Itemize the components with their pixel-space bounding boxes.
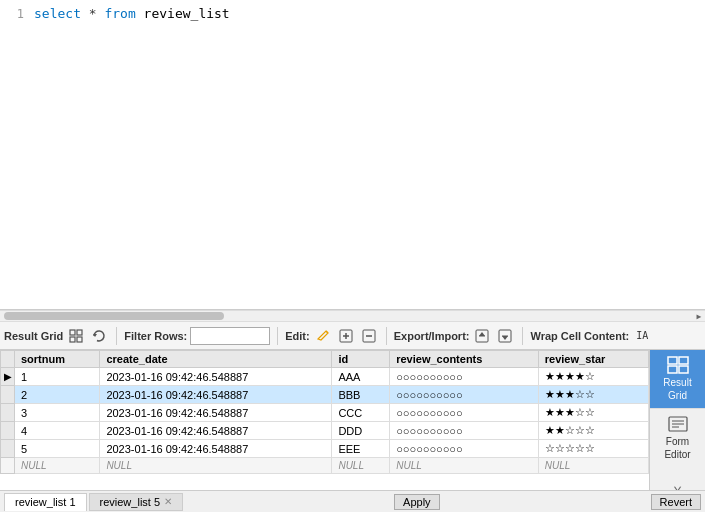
result-grid-label: Result Grid — [4, 330, 63, 342]
row-indicator — [1, 386, 15, 404]
keyword-select: select — [34, 6, 81, 21]
null-cell-id: NULL — [332, 458, 390, 474]
cell-id: CCC — [332, 404, 390, 422]
tab-review-list-5[interactable]: review_list 5 ✕ — [89, 493, 184, 511]
cell-review-star: ★★★★☆ — [538, 368, 648, 386]
tab-label-5: review_list 5 — [100, 496, 161, 508]
cell-sortnum: 4 — [15, 422, 100, 440]
null-indicator — [1, 458, 15, 474]
export-icon — [475, 329, 489, 343]
tab-close-icon[interactable]: ✕ — [164, 496, 172, 507]
svg-rect-3 — [77, 337, 82, 342]
table-header-row: sortnum create_date id review_contents r… — [1, 351, 649, 368]
import-icon — [498, 329, 512, 343]
col-create-date[interactable]: create_date — [100, 351, 332, 368]
col-sortnum[interactable]: sortnum — [15, 351, 100, 368]
apply-button[interactable]: Apply — [394, 494, 440, 510]
cell-review-contents: ○○○○○○○○○○ — [390, 422, 539, 440]
sep-2 — [277, 327, 278, 345]
keyword-from: from — [104, 6, 135, 21]
svg-marker-16 — [502, 336, 508, 340]
cell-id: EEE — [332, 440, 390, 458]
result-grid-side-btn[interactable]: ResultGrid — [650, 350, 705, 408]
horizontal-scrollbar[interactable]: ▶ — [0, 310, 705, 322]
svg-rect-0 — [70, 330, 75, 335]
form-editor-side-btn[interactable]: FormEditor — [650, 408, 705, 467]
cell-create-date: 2023-01-16 09:42:46.548887 — [100, 368, 332, 386]
row-indicator — [1, 404, 15, 422]
col-indicator — [1, 351, 15, 368]
cell-sortnum: 2 — [15, 386, 100, 404]
form-editor-icon — [652, 415, 703, 433]
svg-line-5 — [326, 331, 328, 333]
side-panel: ResultGrid FormEditor ⌄ — [649, 350, 705, 490]
edit-add-btn[interactable] — [336, 326, 356, 346]
null-cell-review_contents: NULL — [390, 458, 539, 474]
sep-4 — [522, 327, 523, 345]
main-content: 1 select * from review_list ▶ Result Gri… — [0, 0, 705, 512]
table-row[interactable]: 22023-01-16 09:42:46.548887BBB○○○○○○○○○○… — [1, 386, 649, 404]
refresh-btn[interactable] — [89, 326, 109, 346]
export-section: Export/Import: — [394, 326, 516, 346]
svg-rect-1 — [77, 330, 82, 335]
col-id[interactable]: id — [332, 351, 390, 368]
cell-review-star: ★★★☆☆ — [538, 404, 648, 422]
cell-create-date: 2023-01-16 09:42:46.548887 — [100, 404, 332, 422]
edit-section: Edit: — [285, 326, 378, 346]
keyword-star: * — [89, 6, 105, 21]
cell-review-star: ★★☆☆☆ — [538, 422, 648, 440]
export-label: Export/Import: — [394, 330, 470, 342]
scroll-right-arrow[interactable]: ▶ — [693, 310, 705, 322]
cell-create-date: 2023-01-16 09:42:46.548887 — [100, 422, 332, 440]
pencil-icon — [316, 329, 330, 343]
null-cell-sortnum: NULL — [15, 458, 100, 474]
tab-review-list-1[interactable]: review_list 1 — [4, 493, 87, 511]
revert-button[interactable]: Revert — [651, 494, 701, 510]
result-grid-icon — [652, 356, 703, 374]
cell-sortnum: 1 — [15, 368, 100, 386]
import-btn[interactable] — [495, 326, 515, 346]
keyword-table: review_list — [144, 6, 230, 21]
table-row[interactable]: ▶12023-01-16 09:42:46.548887AAA○○○○○○○○○… — [1, 368, 649, 386]
tab-label-1: review_list 1 — [15, 496, 76, 508]
cell-id: AAA — [332, 368, 390, 386]
wrap-cell-label: Wrap Cell Content: — [530, 330, 629, 342]
svg-rect-18 — [679, 357, 688, 364]
chevron-down-icon: ⌄ — [673, 475, 683, 490]
table-row[interactable]: 32023-01-16 09:42:46.548887CCC○○○○○○○○○○… — [1, 404, 649, 422]
sql-editor[interactable]: 1 select * from review_list — [0, 0, 705, 310]
svg-rect-20 — [679, 366, 688, 373]
filter-section: Filter Rows: — [124, 327, 270, 345]
col-review-star[interactable]: review_star — [538, 351, 648, 368]
sep-3 — [386, 327, 387, 345]
col-review-contents[interactable]: review_contents — [390, 351, 539, 368]
cell-review-contents: ○○○○○○○○○○ — [390, 386, 539, 404]
svg-rect-19 — [668, 366, 677, 373]
add-row-icon — [339, 329, 353, 343]
table-body: ▶12023-01-16 09:42:46.548887AAA○○○○○○○○○… — [1, 368, 649, 474]
svg-marker-13 — [479, 332, 485, 336]
cell-review-contents: ○○○○○○○○○○ — [390, 368, 539, 386]
table-null-row: NULLNULLNULLNULLNULL — [1, 458, 649, 474]
cell-sortnum: 5 — [15, 440, 100, 458]
table-row[interactable]: 52023-01-16 09:42:46.548887EEE○○○○○○○○○○… — [1, 440, 649, 458]
filter-input[interactable] — [190, 327, 270, 345]
grid-view-btn[interactable] — [66, 326, 86, 346]
result-grid-section: Result Grid — [4, 326, 109, 346]
code-content-1: select * from review_list — [34, 4, 230, 24]
edit-pencil-btn[interactable] — [313, 326, 333, 346]
chevron-down-btn[interactable]: ⌄ — [650, 471, 705, 490]
table-row[interactable]: 42023-01-16 09:42:46.548887DDD○○○○○○○○○○… — [1, 422, 649, 440]
scrollbar-thumb[interactable] — [4, 312, 224, 320]
edit-delete-btn[interactable] — [359, 326, 379, 346]
table-scroll-area[interactable]: sortnum create_date id review_contents r… — [0, 350, 649, 490]
row-indicator — [1, 440, 15, 458]
delete-row-icon — [362, 329, 376, 343]
grid-icon — [69, 329, 83, 343]
cell-sortnum: 3 — [15, 404, 100, 422]
wrap-btn[interactable]: IA — [632, 326, 652, 346]
export-btn[interactable] — [472, 326, 492, 346]
grid-wrapper: sortnum create_date id review_contents r… — [0, 350, 705, 490]
cell-review-contents: ○○○○○○○○○○ — [390, 440, 539, 458]
result-grid-side-label: ResultGrid — [663, 377, 691, 401]
